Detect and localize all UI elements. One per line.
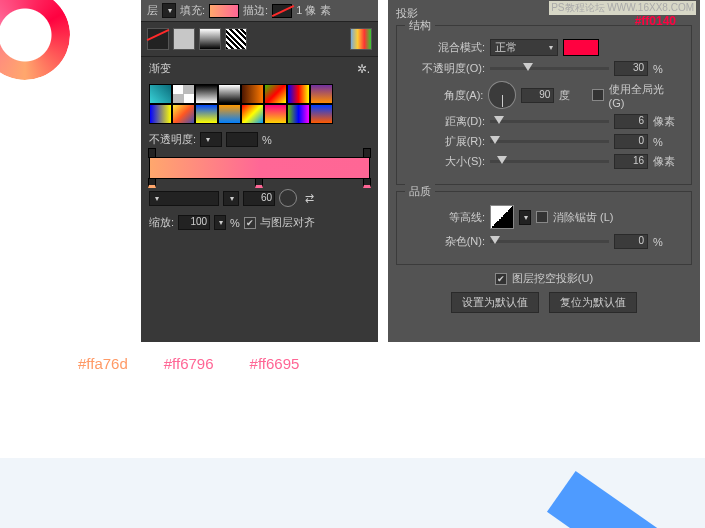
fill-label: 填充: — [180, 3, 205, 18]
color-stop-mid[interactable] — [255, 178, 263, 188]
size-unit: 像素 — [653, 154, 681, 169]
spread-value[interactable]: 0 — [614, 134, 648, 149]
angle-unit: 度 — [559, 88, 586, 103]
stroke-size: 1 像 — [296, 3, 316, 18]
opacity-slider-button[interactable]: ▾ — [200, 132, 222, 147]
gradient-preset[interactable] — [264, 104, 287, 124]
quality-label: 品质 — [405, 184, 435, 199]
fill-stroke-bar: 层 ▾ 填充: 描边: 1 像 素 — [141, 0, 378, 22]
angle-input[interactable]: 60 — [243, 191, 275, 206]
angle-dial-icon[interactable] — [279, 189, 297, 207]
scale-row: 缩放: 100 ▾ % 与图层对齐 — [141, 211, 378, 234]
opacity-unit-r: % — [653, 63, 681, 75]
noise-label: 杂色(N): — [407, 234, 485, 249]
gradient-preset[interactable] — [149, 104, 172, 124]
spread-unit: % — [653, 136, 681, 148]
antialias-checkbox[interactable] — [536, 211, 548, 223]
blend-label: 混合模式: — [407, 40, 485, 55]
stroke-unit: 素 — [320, 3, 331, 18]
antialias-label: 消除锯齿 (L) — [553, 210, 614, 225]
blend-mode-select[interactable]: 正常▾ — [490, 39, 558, 56]
gear-icon[interactable]: ✲. — [357, 62, 370, 76]
distance-value[interactable]: 6 — [614, 114, 648, 129]
size-value[interactable]: 16 — [614, 154, 648, 169]
color-picker-button[interactable] — [350, 28, 372, 50]
color-stop-left[interactable] — [148, 178, 156, 188]
angle-dial[interactable] — [488, 81, 515, 109]
gradient-preset[interactable] — [218, 104, 241, 124]
structure-label: 结构 — [405, 18, 435, 33]
gradient-preset[interactable] — [195, 84, 218, 104]
layer-select[interactable]: ▾ — [162, 3, 176, 18]
gradient-preset[interactable] — [172, 104, 195, 124]
opacity-value[interactable]: 30 — [614, 61, 648, 76]
reset-default-button[interactable]: 复位为默认值 — [549, 292, 637, 313]
opacity-unit: % — [262, 134, 272, 146]
noise-value[interactable]: 0 — [614, 234, 648, 249]
align-checkbox[interactable] — [244, 217, 256, 229]
spread-slider[interactable] — [490, 140, 609, 143]
knockout-label: 图层挖空投影(U) — [512, 271, 593, 286]
angle-label: 角度(A): — [407, 88, 483, 103]
fill-swatch[interactable] — [209, 4, 239, 18]
solid-fill-button[interactable] — [173, 28, 195, 50]
contour-picker[interactable] — [490, 205, 514, 229]
gradient-style-select[interactable]: ▾ — [149, 191, 219, 206]
scale-label: 缩放: — [149, 215, 174, 230]
opacity-stop-right[interactable] — [363, 148, 371, 158]
opacity-input[interactable] — [226, 132, 258, 147]
contour-label: 等高线: — [407, 210, 485, 225]
opacity-label-r: 不透明度(O): — [407, 61, 485, 76]
opacity-slider[interactable] — [490, 67, 609, 70]
noise-slider[interactable] — [490, 240, 609, 243]
opacity-label: 不透明度: — [149, 132, 196, 147]
hex-1: #ffa76d — [78, 355, 128, 372]
size-label: 大小(S): — [407, 154, 485, 169]
gradient-preset[interactable] — [241, 84, 264, 104]
align-label: 与图层对齐 — [260, 215, 315, 230]
decorative-ring — [0, 0, 70, 80]
noise-unit: % — [653, 236, 681, 248]
hex-codes-row: #ffa76d #ff6796 #ff6695 — [78, 355, 299, 372]
opacity-row: 不透明度: ▾ % — [141, 128, 378, 151]
make-default-button[interactable]: 设置为默认值 — [451, 292, 539, 313]
gradient-preset[interactable] — [287, 84, 310, 104]
gradient-preset[interactable] — [287, 104, 310, 124]
scale-slider-button[interactable]: ▾ — [214, 215, 226, 230]
watermark-text: PS教程论坛 WWW.16XX8.COM — [549, 1, 696, 15]
distance-unit: 像素 — [653, 114, 681, 129]
gradient-preset[interactable] — [241, 104, 264, 124]
global-light-checkbox[interactable] — [592, 89, 604, 101]
quality-group: 品质 等高线: ▾ 消除锯齿 (L) 杂色(N): 0 % — [396, 191, 692, 265]
gradient-title: 渐变 — [149, 61, 171, 76]
distance-label: 距离(D): — [407, 114, 485, 129]
size-slider[interactable] — [490, 160, 609, 163]
gradient-preset[interactable] — [172, 84, 195, 104]
drop-shadow-panel: PS教程论坛 WWW.16XX8.COM #ff0140 投影 结构 混合模式:… — [388, 0, 700, 342]
gradient-preset[interactable] — [310, 84, 333, 104]
angle-slider-button[interactable]: ▾ — [223, 191, 239, 206]
gradient-editor[interactable] — [141, 151, 378, 185]
pattern-fill-button[interactable] — [225, 28, 247, 50]
gradient-preset[interactable] — [195, 104, 218, 124]
reverse-icon[interactable]: ⇄ — [305, 192, 314, 205]
spread-label: 扩展(R): — [407, 134, 485, 149]
distance-slider[interactable] — [490, 120, 609, 123]
color-stop-right[interactable] — [363, 178, 371, 188]
shadow-color-swatch[interactable] — [563, 39, 599, 56]
no-fill-button[interactable] — [147, 28, 169, 50]
hex-3: #ff6695 — [250, 355, 300, 372]
scale-input[interactable]: 100 — [178, 215, 210, 230]
gradient-preset[interactable] — [264, 84, 287, 104]
gradient-fill-button[interactable] — [199, 28, 221, 50]
gradient-preset[interactable] — [310, 104, 333, 124]
stroke-swatch[interactable] — [272, 4, 292, 18]
gradient-preset[interactable] — [218, 84, 241, 104]
knockout-checkbox[interactable] — [495, 273, 507, 285]
angle-value[interactable]: 90 — [521, 88, 554, 103]
contour-dropdown[interactable]: ▾ — [519, 210, 531, 225]
gradient-bar[interactable] — [149, 157, 370, 179]
gradient-preset[interactable] — [149, 84, 172, 104]
opacity-stop-left[interactable] — [148, 148, 156, 158]
gradient-section-header: 渐变 ✲. — [141, 56, 378, 80]
